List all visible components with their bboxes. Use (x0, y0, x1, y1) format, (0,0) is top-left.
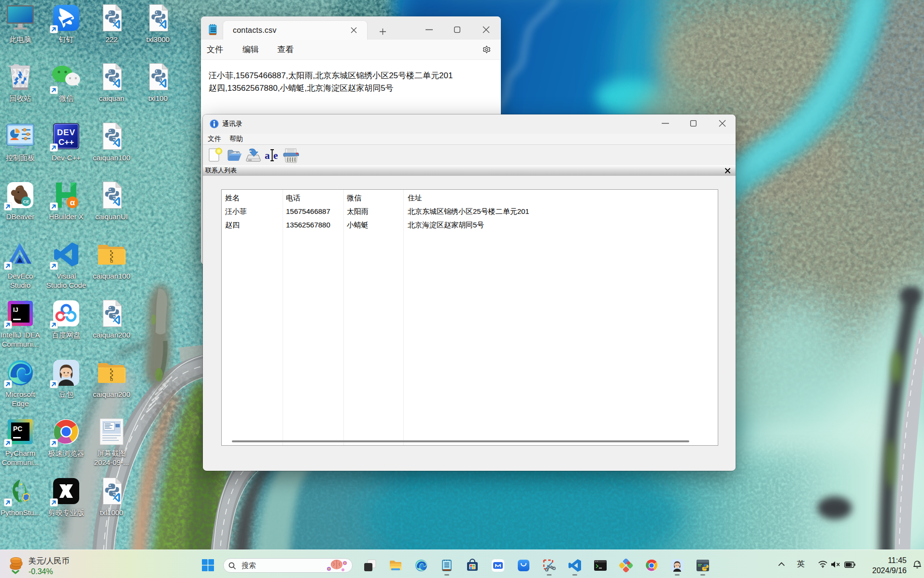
svg-text:PC: PC (13, 425, 22, 433)
svg-text:IJ: IJ (13, 306, 18, 313)
svg-text:DEV: DEV (57, 128, 75, 137)
svg-text:z: z (918, 560, 920, 564)
svg-text:a: a (265, 150, 270, 161)
svg-text:CE: CE (23, 199, 29, 204)
svg-text:α: α (70, 198, 75, 207)
svg-text:C++: C++ (58, 138, 74, 147)
svg-text:e: e (273, 150, 278, 161)
